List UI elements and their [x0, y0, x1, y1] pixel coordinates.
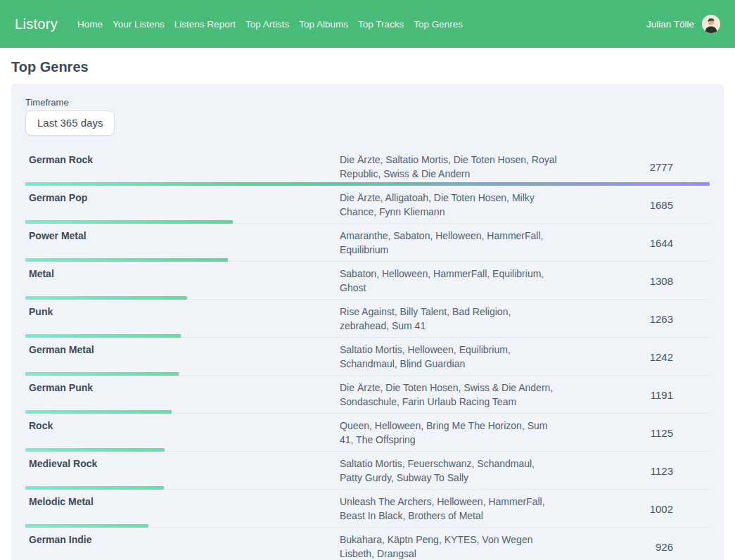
genre-bar: [25, 524, 148, 528]
nav-item-top-albums[interactable]: Top Albums: [294, 15, 353, 34]
genre-name: German Indie: [25, 533, 340, 547]
genre-row: Power Metal Amaranthe, Sabaton, Hellowee…: [25, 224, 710, 262]
genre-artists: Sabaton, Helloween, HammerFall, Equilibr…: [340, 267, 559, 295]
page-title: Top Genres: [11, 59, 724, 75]
genre-bar: [25, 448, 165, 452]
genre-bar-track: [25, 182, 710, 186]
genre-artists: Saltatio Mortis, Feuerschwanz, Schandmau…: [340, 457, 559, 485]
genre-count: 1123: [651, 465, 710, 477]
navbar: Listory Home Your Listens Listens Report…: [0, 0, 735, 48]
genre-bar-fill: [25, 182, 710, 186]
genre-bar-track: [25, 524, 710, 528]
genre-artists: Unleash The Archers, Helloween, HammerFa…: [340, 495, 559, 523]
nav-item-top-tracks[interactable]: Top Tracks: [353, 15, 409, 34]
genre-name: German Punk: [25, 381, 340, 395]
genre-bar: [25, 258, 228, 262]
genre-name: Punk: [25, 305, 340, 319]
genre-bar-track: [25, 296, 710, 300]
genre-name: Melodic Metal: [25, 495, 340, 509]
genre-bar-track: [25, 258, 710, 262]
page-content: Top Genres Timeframe Last 365 days Germa…: [0, 59, 735, 560]
genre-bar-track: [25, 334, 710, 338]
genre-row: Rock Queen, Helloween, Bring Me The Hori…: [25, 414, 710, 452]
genre-bar-fill: [25, 334, 181, 338]
genre-count: 1242: [650, 351, 710, 363]
genre-bar: [25, 334, 181, 338]
genre-count: 1002: [650, 503, 710, 515]
genre-bar-track: [25, 372, 710, 376]
genre-count: 1263: [650, 313, 710, 325]
genre-bar: [25, 372, 179, 376]
genre-name: Metal: [25, 267, 340, 281]
nav-item-your-listens[interactable]: Your Listens: [108, 15, 170, 34]
genre-count: 1308: [650, 275, 710, 287]
avatar-photo: [702, 15, 720, 33]
main-nav: Home Your Listens Listens Report Top Art…: [72, 15, 468, 34]
genre-row: German Punk Die Ärzte, Die Toten Hosen, …: [25, 376, 710, 414]
nav-item-home[interactable]: Home: [72, 15, 108, 34]
top-genres-card: Timeframe Last 365 days German Rock Die …: [11, 84, 724, 560]
genre-artists: Rise Against, Billy Talent, Bad Religion…: [340, 305, 559, 333]
genre-name: Medieval Rock: [25, 457, 340, 471]
genre-bar-fill: [25, 448, 165, 452]
genre-bar-fill: [25, 524, 148, 528]
genre-artists: Bukahara, Käptn Peng, KYTES, Von Wegen L…: [340, 533, 559, 560]
genre-bar-track: [25, 410, 710, 414]
genre-name: Power Metal: [25, 229, 340, 243]
timeframe-label: Timeframe: [25, 97, 710, 108]
genre-bar-fill: [25, 410, 172, 414]
genre-count: 2777: [650, 161, 710, 173]
genre-artists: Die Ärzte, Die Toten Hosen, Swiss & Die …: [340, 381, 559, 409]
genre-bar-fill: [25, 486, 164, 490]
genre-bar-fill: [25, 220, 233, 224]
genre-artists: Amaranthe, Sabaton, Helloween, HammerFal…: [340, 229, 559, 257]
genre-bar: [25, 296, 187, 300]
genre-row: Melodic Metal Unleash The Archers, Hello…: [25, 490, 710, 528]
genre-name: German Metal: [25, 343, 340, 357]
genre-bar-fill: [25, 258, 228, 262]
genre-bar: [25, 486, 164, 490]
brand-logo[interactable]: Listory: [15, 16, 58, 32]
nav-item-top-artists[interactable]: Top Artists: [241, 15, 294, 34]
timeframe-select[interactable]: Last 365 days: [25, 110, 115, 136]
user-avatar[interactable]: [702, 15, 720, 33]
genre-row: German Metal Saltatio Mortis, Helloween,…: [25, 338, 710, 376]
genre-artists: Saltatio Mortis, Helloween, Equilibrium,…: [340, 343, 559, 371]
user-menu: Julian Tölle: [646, 15, 720, 33]
genre-row: Medieval Rock Saltatio Mortis, Feuerschw…: [25, 452, 710, 490]
genre-row: German Rock Die Ärzte, Saltatio Mortis, …: [25, 148, 710, 186]
genre-row: Punk Rise Against, Billy Talent, Bad Rel…: [25, 300, 710, 338]
genre-bar-track: [25, 486, 710, 490]
genre-count: 926: [656, 541, 710, 553]
user-name[interactable]: Julian Tölle: [646, 19, 694, 30]
genre-bar-track: [25, 220, 710, 224]
genre-name: German Rock: [25, 153, 340, 167]
genre-bar: [25, 182, 710, 186]
genre-bar-track: [25, 448, 710, 452]
timeframe-filter: Timeframe Last 365 days: [25, 97, 710, 136]
genre-count: 1644: [650, 237, 710, 249]
genre-bar: [25, 220, 233, 224]
nav-item-listens-report[interactable]: Listens Report: [170, 15, 241, 34]
genre-bar-fill: [25, 372, 179, 376]
genre-bar-fill: [25, 296, 187, 300]
genre-row: German Pop Die Ärzte, Alligatoah, Die To…: [25, 186, 710, 224]
genre-artists: Die Ärzte, Alligatoah, Die Toten Hosen, …: [340, 191, 559, 219]
nav-item-top-genres[interactable]: Top Genres: [409, 15, 468, 34]
genre-count: 1685: [650, 199, 710, 211]
genre-name: Rock: [25, 419, 340, 433]
genre-count: 1125: [651, 427, 710, 439]
genre-artists: Queen, Helloween, Bring Me The Horizon, …: [340, 419, 559, 447]
genre-list: German Rock Die Ärzte, Saltatio Mortis, …: [25, 148, 710, 560]
genre-name: German Pop: [25, 191, 340, 205]
genre-row: Metal Sabaton, Helloween, HammerFall, Eq…: [25, 262, 710, 300]
genre-artists: Die Ärzte, Saltatio Mortis, Die Toten Ho…: [340, 153, 559, 181]
genre-count: 1191: [651, 389, 710, 401]
genre-row: German Indie Bukahara, Käptn Peng, KYTES…: [25, 528, 710, 560]
genre-bar: [25, 410, 172, 414]
